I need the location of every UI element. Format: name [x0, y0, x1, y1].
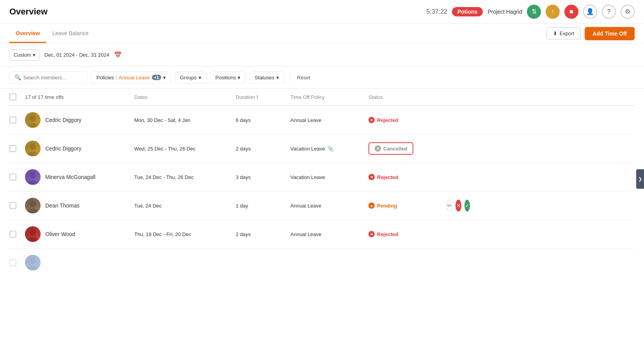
- filter-bar: Custom ▾ Dec, 01 2024 - Dec, 31 2024 📅: [0, 44, 644, 66]
- divider: [290, 73, 290, 82]
- edit-button[interactable]: ✏: [447, 200, 452, 211]
- search-filter-bar: 🔍 Policies : Annual Leave +1 ▾ Groups ▾ …: [0, 66, 644, 89]
- row2-status-label: Cancelled: [383, 146, 407, 152]
- project-label: Project Hagrid: [487, 9, 522, 15]
- groups-filter[interactable]: Groups ▾: [175, 72, 206, 84]
- row4-status: ● Pending: [368, 202, 447, 209]
- icon-user[interactable]: 👤: [583, 5, 597, 19]
- date-filter: Dec, 01 2024 - Dec, 31 2024 📅: [44, 51, 122, 59]
- row3-member: Minerva McGonagall: [25, 169, 134, 185]
- chevron-down-icon: ▾: [33, 52, 36, 58]
- icon-settings[interactable]: ⚙: [621, 5, 635, 19]
- duration-info-icon[interactable]: ℹ: [256, 94, 258, 100]
- icon-help[interactable]: ?: [602, 5, 616, 19]
- approve-button[interactable]: ✓: [464, 200, 470, 211]
- tabs-right: ⬇ Export Add Time Off: [546, 27, 635, 40]
- app-title: Overview: [9, 7, 48, 17]
- potions-badge[interactable]: Potions: [452, 7, 483, 16]
- row4-policy: Annual Leave: [290, 203, 368, 209]
- header-dates: Dates: [134, 94, 236, 100]
- icon-stop[interactable]: ■: [564, 5, 578, 19]
- icon-upload[interactable]: ↑: [546, 5, 560, 19]
- statuses-chevron-icon: ▾: [276, 75, 279, 81]
- row3-name: Minerva McGonagall: [45, 174, 95, 180]
- groups-label: Groups: [180, 75, 197, 81]
- row4-duration: 1 day: [236, 203, 290, 209]
- row4-member: Dean Thomas: [25, 198, 134, 213]
- row4-status-dot: ●: [368, 202, 375, 209]
- groups-chevron-icon: ▾: [199, 75, 201, 81]
- row4-checkbox[interactable]: [9, 202, 16, 209]
- avatar: [25, 141, 41, 156]
- attachment-icon: 📎: [327, 146, 334, 152]
- add-time-off-button[interactable]: Add Time Off: [585, 27, 635, 40]
- sidebar-collapse-icon: ❯: [638, 176, 642, 182]
- table-row: Dean Thomas Tue, 24 Dec 1 day Annual Lea…: [9, 192, 635, 220]
- row3-status-dot: ✕: [368, 174, 375, 180]
- row4-status-label: Pending: [377, 203, 397, 209]
- table-row: Minerva McGonagall Tue, 24 Dec - Thu, 26…: [9, 163, 635, 192]
- avatar: [25, 169, 41, 185]
- search-box: 🔍: [9, 71, 87, 84]
- top-bar: Overview 5:37:22 Potions Project Hagrid …: [0, 0, 644, 23]
- row5-checkbox[interactable]: [9, 231, 16, 238]
- row5-duration: 2 days: [236, 231, 290, 237]
- row5-checkbox-cell: [9, 231, 25, 238]
- row5-status-label: Rejected: [377, 231, 398, 237]
- clock-display: 5:37:22: [427, 8, 447, 15]
- table-header: 17 of 17 time offs Dates Duration ℹ Time…: [9, 89, 635, 106]
- reject-button[interactable]: ✕: [455, 200, 461, 211]
- sidebar-collapse-button[interactable]: ❯: [636, 169, 644, 189]
- avatar: [25, 226, 41, 242]
- positions-chevron-icon: ▾: [238, 75, 240, 81]
- row2-dates: Wed, 25 Dec - Thu, 26 Dec: [134, 146, 236, 152]
- header-status: Status: [368, 94, 447, 100]
- avatar: [25, 255, 41, 270]
- row2-name: Cedric Diggory: [45, 145, 82, 152]
- header-duration: Duration ℹ: [236, 94, 290, 100]
- tab-overview[interactable]: Overview: [9, 25, 46, 43]
- row4-checkbox-cell: [9, 202, 25, 209]
- row4-name: Dean Thomas: [45, 202, 80, 209]
- svg-point-16: [30, 258, 36, 264]
- icon-swap[interactable]: ⇅: [527, 5, 541, 19]
- table-area: 17 of 17 time offs Dates Duration ℹ Time…: [0, 89, 644, 277]
- custom-label: Custom: [14, 52, 31, 58]
- row3-duration: 3 days: [236, 174, 290, 180]
- row5-dates: Thu, 19 Dec - Fri, 20 Dec: [134, 231, 236, 237]
- avatar: [25, 198, 41, 213]
- row1-status-dot: ✕: [368, 117, 375, 123]
- tab-leave-balance[interactable]: Leave Balance: [46, 25, 95, 43]
- row6-member: [25, 255, 134, 270]
- row5-member: Oliver Wood: [25, 226, 134, 242]
- row5-status: ✕ Rejected: [368, 231, 447, 237]
- export-icon: ⬇: [553, 30, 557, 36]
- row2-member: Cedric Diggory: [25, 141, 134, 156]
- row1-dates: Mon, 30 Dec - Sat, 4 Jan: [134, 117, 236, 123]
- row3-policy: Vacation Leave: [290, 174, 368, 180]
- row1-status-label: Rejected: [377, 117, 398, 123]
- svg-point-10: [30, 201, 36, 207]
- top-bar-right: 5:37:22 Potions Project Hagrid ⇅ ↑ ■ 👤 ?…: [427, 5, 635, 19]
- statuses-filter[interactable]: Statuses ▾: [249, 72, 284, 84]
- row6-checkbox[interactable]: [9, 259, 16, 266]
- policies-value: Annual Leave: [119, 75, 150, 81]
- table-row: Oliver Wood Thu, 19 Dec - Fri, 20 Dec 2 …: [9, 220, 635, 249]
- svg-point-7: [30, 172, 36, 179]
- row1-checkbox[interactable]: [9, 116, 16, 124]
- export-button[interactable]: ⬇ Export: [546, 27, 581, 39]
- select-all-checkbox[interactable]: [9, 93, 16, 100]
- statuses-label: Statuses: [254, 75, 274, 81]
- row2-checkbox[interactable]: [9, 145, 16, 152]
- custom-dropdown[interactable]: Custom ▾: [9, 49, 40, 61]
- reset-button[interactable]: Reset: [295, 72, 312, 83]
- row2-checkbox-cell: [9, 145, 25, 152]
- search-input[interactable]: [23, 75, 82, 81]
- positions-filter[interactable]: Positions ▾: [210, 72, 246, 84]
- calendar-icon[interactable]: 📅: [114, 51, 122, 59]
- policies-filter[interactable]: Policies : Annual Leave +1 ▾: [91, 72, 171, 84]
- policies-count: +1: [152, 75, 162, 80]
- positions-label: Positions: [215, 75, 236, 81]
- row3-checkbox[interactable]: [9, 174, 16, 181]
- search-icon: 🔍: [14, 74, 21, 81]
